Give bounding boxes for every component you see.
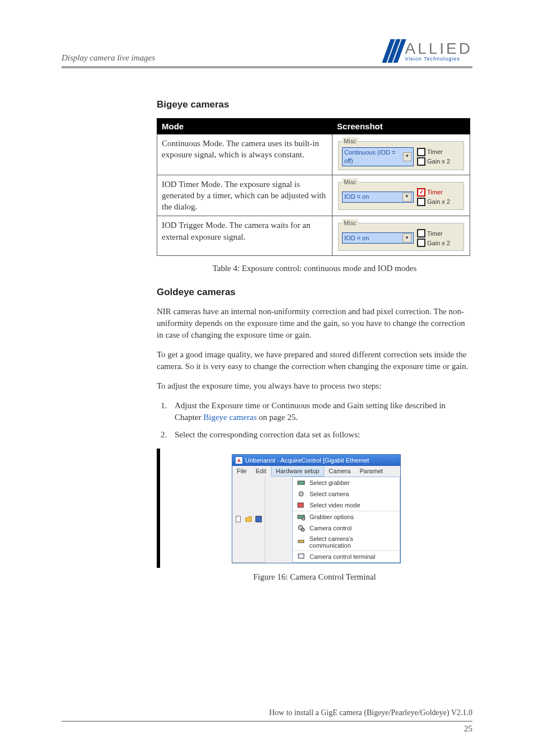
gain-checkbox[interactable]: Gain x 2 <box>417 239 450 247</box>
hardware-setup-menu: Select grabber Select camera Select vide… <box>292 477 400 563</box>
window-title: Unbenannt - AcquireControl [Gigabit Ethe… <box>245 457 369 464</box>
timer-checkbox[interactable]: Timer <box>417 229 450 237</box>
misc-legend: Misc <box>342 137 358 146</box>
dropdown-value: IOD = on <box>344 234 369 242</box>
camera-icon <box>297 490 305 498</box>
mode-dropdown[interactable]: IOD = on ▼ <box>342 192 414 203</box>
gain-checkbox[interactable]: Gain x 2 <box>417 198 450 206</box>
row2-desc: IOD Timer Mode. The exposure signal is g… <box>157 175 332 216</box>
svg-rect-4 <box>298 503 303 507</box>
menu-file[interactable]: File <box>232 466 251 477</box>
gain-checkbox[interactable]: Gain x 2 <box>417 157 450 166</box>
row3-desc: IOD Trigger Mode. The camera waits for a… <box>157 216 332 256</box>
menu-item-select-camera[interactable]: Select camera <box>293 488 400 500</box>
chevron-down-icon[interactable]: ▼ <box>403 152 411 161</box>
misc-panel: Misc IOD = on ▼ ✓Timer Gain x 2 <box>338 182 464 210</box>
section-goldeye: Goldeye cameras <box>157 287 472 298</box>
svg-rect-1 <box>256 516 261 522</box>
paragraph-3: To adjust the exposure time, you always … <box>157 380 472 392</box>
menubar: File Edit Hardware setup Camera Paramet <box>232 466 400 477</box>
menu-item-camera-comms[interactable]: Select camera's communication <box>293 534 400 550</box>
svg-point-3 <box>299 492 303 496</box>
terminal-icon <box>297 553 305 561</box>
menu-parameters[interactable]: Paramet <box>355 466 387 477</box>
camera-control-icon <box>297 524 305 532</box>
menu-item-grabber-options[interactable]: Grabber options <box>293 511 400 522</box>
logo-sub: Vision Technologies <box>405 57 473 62</box>
toolbar <box>232 477 265 563</box>
new-file-icon[interactable] <box>235 516 242 524</box>
misc-legend: Misc <box>342 219 358 227</box>
mode-dropdown[interactable]: IOD = on ▼ <box>342 232 414 244</box>
logo-main: ALLIED <box>405 41 473 57</box>
dropdown-value: Continuous (IOD = off) <box>344 148 403 165</box>
svg-rect-9 <box>298 540 304 543</box>
misc-legend: Misc <box>342 178 358 186</box>
modes-table: Mode Screenshot Continuous Mode. The cam… <box>157 118 470 256</box>
menu-camera[interactable]: Camera <box>324 466 355 477</box>
save-icon[interactable] <box>255 516 262 524</box>
misc-panel: Misc Continuous (IOD = off) ▼ Timer Gain… <box>338 141 464 170</box>
menu-edit[interactable]: Edit <box>251 466 271 477</box>
menu-item-select-grabber[interactable]: Select grabber <box>293 477 400 488</box>
svg-rect-10 <box>298 554 304 558</box>
comms-icon <box>297 538 305 546</box>
link-bigeye[interactable]: Bigeye cameras <box>203 413 256 422</box>
paragraph-1: NIR cameras have an internal non-uniform… <box>157 306 472 341</box>
row1-desc: Continuous Mode. The camera uses its bui… <box>157 134 332 175</box>
steps-list: Adjust the Exposure time or Continuous m… <box>157 400 472 441</box>
step-2: Select the corresponding correction data… <box>169 429 472 441</box>
menu-item-camera-control[interactable]: Camera control <box>293 522 400 534</box>
step-1: Adjust the Exposure time or Continuous m… <box>169 400 472 423</box>
figure-caption: Figure 16: Camera Control Terminal <box>157 572 472 582</box>
menu-hardware-setup[interactable]: Hardware setup <box>271 466 325 477</box>
open-folder-icon[interactable] <box>245 516 252 524</box>
timer-checkbox[interactable]: Timer <box>417 148 450 156</box>
paragraph-2: To get a good image quality, we have pre… <box>157 349 472 372</box>
svg-point-6 <box>302 517 305 520</box>
page-number: 25 <box>62 721 472 734</box>
timer-checkbox[interactable]: ✓Timer <box>417 188 450 197</box>
footer-text: How to install a GigE camera (Bigeye/Pea… <box>62 708 472 717</box>
app-icon: A <box>235 456 243 464</box>
svg-rect-2 <box>298 481 305 484</box>
table-caption: Table 4: Exposure control: continuous mo… <box>157 264 472 273</box>
section-bigeye: Bigeye cameras <box>157 99 472 110</box>
svg-point-8 <box>301 528 305 531</box>
svg-rect-0 <box>236 516 241 522</box>
dropdown-value: IOD = on <box>344 193 369 201</box>
chevron-down-icon[interactable]: ▼ <box>402 234 411 242</box>
video-mode-icon <box>297 501 305 509</box>
page-footer: How to install a GigE camera (Bigeye/Pea… <box>62 708 472 734</box>
th-screenshot: Screenshot <box>332 119 470 134</box>
menu-item-select-video-mode[interactable]: Select video mode <box>293 500 400 511</box>
window-titlebar: A Unbenannt - AcquireControl [Gigabit Et… <box>232 455 400 466</box>
logo-stripes-icon <box>382 39 406 63</box>
fig16-border <box>157 449 160 568</box>
grabber-options-icon <box>297 513 305 521</box>
mode-dropdown[interactable]: Continuous (IOD = off) ▼ <box>342 147 414 166</box>
misc-panel: Misc IOD = on ▼ Timer Gain x 2 <box>338 223 464 251</box>
logo: ALLIED Vision Technologies <box>386 39 473 63</box>
header-title: Display camera live images <box>62 53 155 63</box>
th-mode: Mode <box>157 119 332 134</box>
page-header: Display camera live images ALLIED Vision… <box>62 39 472 68</box>
chevron-down-icon[interactable]: ▼ <box>402 193 411 202</box>
fig16-screenshot: A Unbenannt - AcquireControl [Gigabit Et… <box>232 454 401 563</box>
grabber-icon <box>297 479 305 487</box>
menu-item-camera-terminal[interactable]: Camera control terminal <box>293 550 400 562</box>
